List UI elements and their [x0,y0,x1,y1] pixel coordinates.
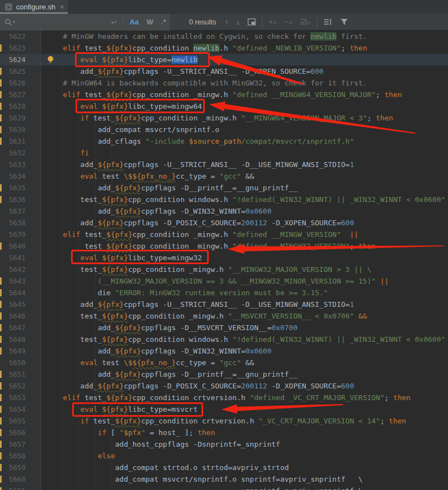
whole-words-toggle[interactable]: W [143,18,157,26]
code-line[interactable]: 5639 elif test_${pfx}cpp_condition _ming… [0,229,448,240]
code-line[interactable]: 5629 if test_${pfx}cpp_condition _mingw.… [0,112,448,124]
code-line[interactable]: 5647 add_${pfx}cppflags -D__MSVCRT_VERSI… [0,322,448,334]
line-number[interactable]: 5635 [0,182,26,194]
search-icon[interactable]: ▾ [4,18,15,26]
line-number[interactable]: 5622 [0,31,26,42]
line-number[interactable]: 5650 [0,357,26,368]
code-line[interactable]: 5641 eval ${pfx}libc_type=mingw32 [0,252,448,264]
code-line[interactable]: 5622 # MinGW headers can be installed on… [0,31,448,42]
line-number[interactable]: 5631 [0,135,26,147]
code-line[interactable]: 5624 eval ${pfx}libc_type=newlib [0,54,448,65]
line-number[interactable]: 5659 [0,462,26,473]
code-line[interactable]: 5638 add_${pfx}cppflags -D_POSIX_C_SOURC… [0,217,448,229]
line-number[interactable]: 5632 [0,147,26,159]
line-number[interactable]: 5628 [0,100,26,112]
line-number[interactable]: 5634 [0,170,26,182]
line-number[interactable]: 5642 [0,264,26,275]
code-editor[interactable]: 5622 # MinGW headers can be installed on… [0,31,448,490]
code-line[interactable]: 5625 add_${pfx}cppflags -U__STRICT_ANSI_… [0,65,448,77]
code-line[interactable]: 5658 else [0,450,448,462]
remove-selection-icon[interactable]: −II [280,18,296,26]
code-line[interactable]: 5623 elif test_${pfx}cpp_condition newli… [0,42,448,54]
code-line[interactable]: 5634 eval test \$${pfx_no_}cc_type = "gc… [0,170,448,182]
code-line[interactable]: 5642 test_${pfx}cpp_condition _mingw.h "… [0,264,448,275]
next-occurrence-icon[interactable]: ↓ [233,18,244,26]
line-number[interactable]: 5627 [0,89,26,100]
line-number[interactable]: 5645 [0,299,26,310]
code-line[interactable]: 5626 # MinGW64 is backwards compatible w… [0,77,448,89]
code-line[interactable]: 5657 add_host_cppflags -Dsnprintf=_snpri… [0,438,448,450]
filter-search-results-icon[interactable] [320,18,336,26]
code-line[interactable]: 5655 if test_${pfx}cpp_condition crtvers… [0,415,448,427]
add-selection-icon[interactable]: +II [265,18,280,26]
code-line[interactable]: 5640 test_${pfx}cpp_condition _mingw.h "… [0,240,448,252]
search-input[interactable] [15,14,108,30]
code-line[interactable]: 5656 if [ "$pfx" = host_ ]; then [0,427,448,438]
code-line[interactable]: 5659 add_compat strtod.o strtod=avpriv_s… [0,462,448,473]
code-line[interactable]: 5650 eval test \$${pfx_no_}cc_type = "gc… [0,357,448,368]
code-line[interactable]: 5648 test_${pfx}cpp_condition windows.h … [0,334,448,345]
line-number[interactable]: 5644 [0,287,26,299]
regex-toggle[interactable]: .* [157,18,170,26]
line-number[interactable]: 5630 [0,124,26,135]
code-line[interactable]: 5636 test_${pfx}cpp_condition windows.h … [0,194,448,205]
newline-icon[interactable]: ↵ [108,18,121,26]
line-number[interactable]: 5647 [0,322,26,334]
line-number[interactable]: 5639 [0,229,26,240]
code-line[interactable]: 5646 test_${pfx}cpp_condition _mingw.h "… [0,310,448,322]
line-number[interactable]: 5646 [0,310,26,322]
code-line[interactable]: 5660 add_compat msvcrt/snprintf.o snprin… [0,473,448,485]
line-number[interactable]: 5654 [0,403,26,415]
line-number[interactable]: 5641 [0,252,26,264]
line-number[interactable]: 5657 [0,438,26,450]
line-number[interactable]: 5652 [0,380,26,392]
line-number[interactable]: 5655 [0,415,26,427]
code-line[interactable]: 5632 fi [0,147,448,159]
line-number[interactable]: 5640 [0,240,26,252]
line-number[interactable]: 5661 [0,485,26,490]
filter-funnel-icon[interactable] [336,18,352,26]
code-line[interactable]: 5627 elif test_${pfx}cpp_condition _ming… [0,89,448,100]
code-line[interactable]: 5651 add_${pfx}cppflags -D__printf__=__g… [0,368,448,380]
gutter: 5632 [0,147,41,159]
code-line[interactable]: 5631 add_cflags "-include $source_path/c… [0,135,448,147]
vcs-change-marker [0,79,2,87]
line-number[interactable]: 5626 [0,77,26,89]
code-line[interactable]: 5643 (__MINGW32_MAJOR_VERSION == 3 && __… [0,275,448,287]
tab-close-icon[interactable]: × [60,3,64,11]
code-line[interactable]: 5649 add_${pfx}cppflags -D_WIN32_WINNT=0… [0,345,448,357]
code-line[interactable]: 5644 die "ERROR: MinGW32 runtime version… [0,287,448,299]
gutter: 5657 [0,438,41,450]
previous-occurrence-icon[interactable]: ↑ [221,18,233,26]
code-line[interactable]: 5653 elif test_${pfx}cpp_condition crtve… [0,392,448,403]
line-number[interactable]: 5629 [0,112,26,124]
line-number[interactable]: 5649 [0,345,26,357]
search-field[interactable]: ▾ ↵ Aa W .* [0,14,170,31]
line-number[interactable]: 5660 [0,473,26,485]
code-line[interactable]: 5637 add_${pfx}cppflags -D_WIN32_WINNT=0… [0,205,448,217]
line-number[interactable]: 5656 [0,427,26,438]
line-number[interactable]: 5658 [0,450,26,462]
code-line[interactable]: 5661 vsnprintf=avpriv_vsnprintf \ [0,485,448,490]
line-number[interactable]: 5624 [0,54,26,65]
line-number[interactable]: 5623 [0,42,26,54]
line-number[interactable]: 5651 [0,368,26,380]
code-line[interactable]: 5645 add_${pfx}cppflags -U__STRICT_ANSI_… [0,299,448,310]
line-number[interactable]: 5625 [0,65,26,77]
line-number[interactable]: 5636 [0,194,26,205]
match-case-toggle[interactable]: Aa [125,18,143,26]
line-number[interactable]: 5643 [0,275,26,287]
code-line[interactable]: 5633 add_${pfx}cppflags -U__STRICT_ANSI_… [0,159,448,170]
code-line[interactable]: 5654 eval ${pfx}libc_type=msvcrt [0,403,448,415]
code-line[interactable]: 5652 add_${pfx}cppflags -D_POSIX_C_SOURC… [0,380,448,392]
select-all-occurrences-icon[interactable]: ☑II [296,18,315,26]
line-number[interactable]: 5638 [0,217,26,229]
line-number[interactable]: 5653 [0,392,26,403]
line-number[interactable]: 5637 [0,205,26,217]
line-number[interactable]: 5633 [0,159,26,170]
code-line[interactable]: 5635 add_${pfx}cppflags -D__printf__=__g… [0,182,448,194]
code-line[interactable]: 5630 add_compat msvcrt/snprintf.o [0,124,448,135]
open-in-find-window-icon[interactable] [244,18,260,26]
line-number[interactable]: 5648 [0,334,26,345]
code-line[interactable]: 5628 eval ${pfx}libc_type=mingw64 [0,100,448,112]
